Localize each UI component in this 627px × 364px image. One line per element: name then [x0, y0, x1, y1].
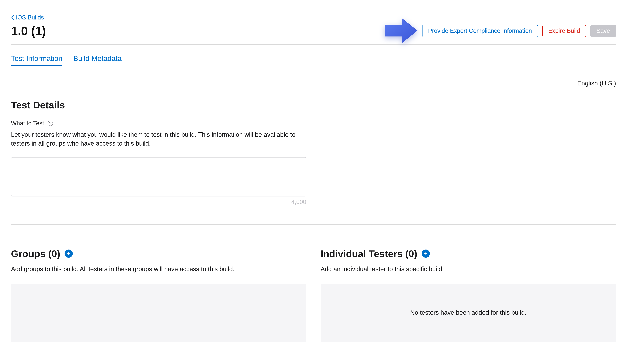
add-group-button[interactable]: [64, 250, 73, 258]
breadcrumb-ios-builds[interactable]: iOS Builds: [11, 14, 44, 21]
plus-icon: [66, 251, 71, 256]
section-divider: [11, 224, 616, 225]
locale-selector[interactable]: English (U.S.): [11, 80, 616, 87]
svg-marker-0: [385, 18, 417, 43]
groups-heading: Groups (0): [11, 248, 60, 259]
save-button: Save: [590, 25, 616, 37]
breadcrumb-label: iOS Builds: [16, 14, 44, 21]
tab-test-information[interactable]: Test Information: [11, 54, 62, 66]
groups-empty-state: [11, 284, 307, 342]
plus-icon: [424, 251, 428, 256]
char-limit-label: 4,000: [11, 199, 306, 206]
individual-testers-heading: Individual Testers (0): [320, 248, 417, 259]
what-to-test-label: What to Test: [11, 120, 44, 127]
testers-empty-state: No testers have been added for this buil…: [320, 284, 616, 342]
chevron-left-icon: [11, 15, 14, 20]
groups-description: Add groups to this build. All testers in…: [11, 265, 307, 273]
tab-build-metadata[interactable]: Build Metadata: [73, 54, 122, 66]
what-to-test-input[interactable]: [11, 157, 306, 197]
test-details-heading: Test Details: [11, 100, 616, 110]
provide-export-compliance-button[interactable]: Provide Export Compliance Information: [422, 25, 538, 37]
add-tester-button[interactable]: [422, 250, 430, 258]
page-title: 1.0 (1): [11, 24, 46, 38]
help-icon[interactable]: ?: [48, 121, 53, 126]
expire-build-button[interactable]: Expire Build: [542, 25, 586, 37]
individual-testers-description: Add an individual tester to this specifi…: [320, 265, 616, 273]
what-to-test-description: Let your testers know what you would lik…: [11, 130, 305, 148]
